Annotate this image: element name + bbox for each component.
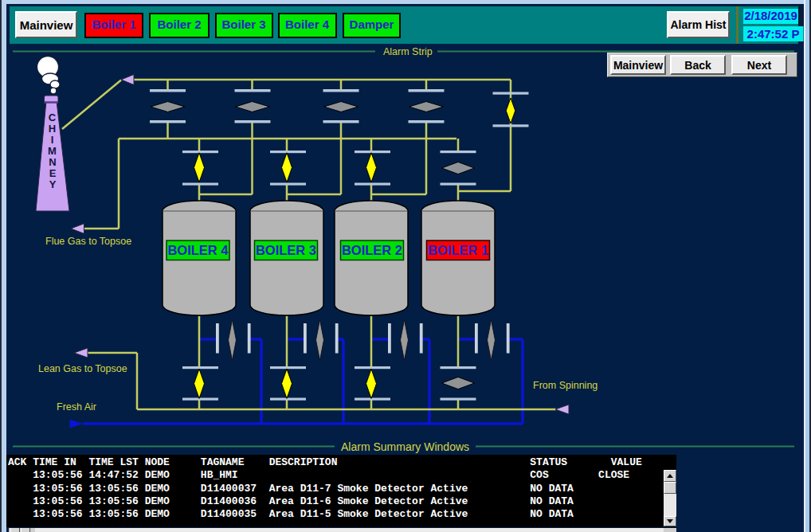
svg-text:M: M (48, 145, 57, 157)
svg-text:C: C (49, 111, 57, 123)
svg-text:BOILER 3: BOILER 3 (256, 243, 316, 257)
svg-text:I: I (51, 134, 54, 146)
svg-text:BOILER 4: BOILER 4 (167, 243, 229, 257)
svg-text:N: N (49, 156, 56, 168)
svg-text:Alarm Strip: Alarm Strip (383, 46, 433, 57)
svg-text:E: E (49, 167, 57, 179)
svg-text:Y: Y (49, 178, 57, 190)
svg-text:Fresh Air: Fresh Air (57, 401, 96, 413)
svg-text:Alarm Summary Windows: Alarm Summary Windows (341, 440, 469, 453)
svg-text:H: H (49, 123, 56, 135)
svg-text:From Spinning: From Spinning (533, 380, 597, 391)
svg-text:Lean Gas to Topsoe: Lean Gas to Topsoe (38, 363, 127, 374)
svg-text:BOILER 2: BOILER 2 (342, 243, 402, 257)
svg-text:Flue Gas to Topsoe: Flue Gas to Topsoe (45, 236, 131, 247)
svg-text:BOILER 1: BOILER 1 (428, 243, 488, 257)
